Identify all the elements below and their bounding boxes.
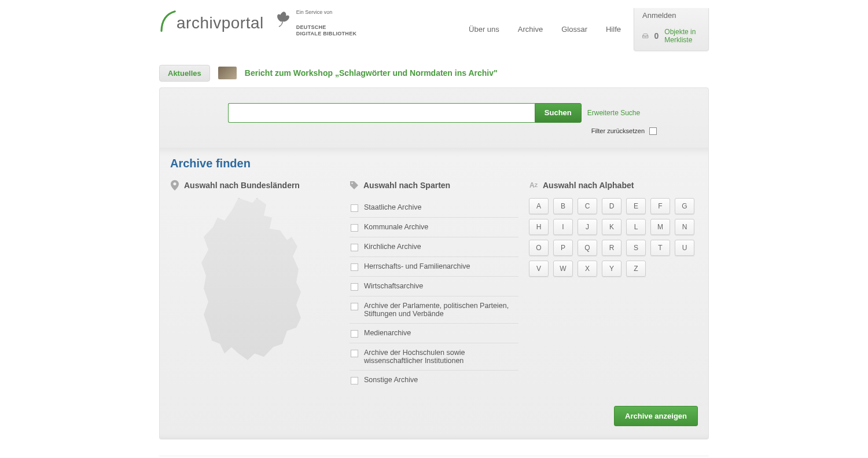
news-badge[interactable]: Aktuelles [159, 65, 210, 82]
watchlist-label: Objekte in Merkliste [664, 28, 700, 45]
letter-i[interactable]: I [553, 219, 573, 235]
watchlist-count: 0 [654, 31, 659, 41]
checkbox-icon[interactable] [351, 244, 358, 251]
watchlist[interactable]: 0 Objekte in Merkliste [634, 24, 708, 45]
checkbox-icon[interactable] [351, 224, 358, 232]
az-icon: AZ [529, 181, 538, 190]
col-categories-title: Auswahl nach Sparten [363, 181, 450, 190]
service-brand: Ein Service von DEUTSCHE DIGITALE BIBLIO… [273, 9, 357, 38]
checkbox-icon[interactable] [351, 263, 358, 271]
flower-icon [273, 9, 293, 29]
letter-t[interactable]: T [650, 240, 670, 256]
service-brand2: DIGITALE BIBLIOTHEK [296, 31, 357, 38]
category-item[interactable]: Medienarchive [350, 324, 518, 343]
col-states-title: Auswahl nach Bundesländern [184, 181, 300, 190]
letter-e[interactable]: E [626, 198, 646, 214]
checkbox-icon[interactable] [351, 377, 358, 384]
letter-r[interactable]: R [602, 240, 621, 256]
pin-icon [170, 181, 179, 190]
category-label: Staatliche Archive [364, 203, 421, 211]
letter-w[interactable]: W [553, 261, 573, 277]
letter-f[interactable]: F [650, 198, 670, 214]
logo-icon [159, 8, 178, 32]
nav-glossar[interactable]: Glossar [552, 21, 597, 37]
letter-o[interactable]: O [529, 240, 549, 256]
letter-c[interactable]: C [578, 198, 597, 214]
category-item[interactable]: Wirtschaftsarchive [350, 277, 518, 296]
checkbox-icon[interactable] [351, 303, 358, 310]
letter-s[interactable]: S [626, 240, 646, 256]
news-thumb-icon [218, 67, 237, 79]
topbar: archivportal Ein Service von DEUTSCHE DI… [159, 0, 709, 51]
logo[interactable]: archivportal [159, 8, 264, 32]
category-label: Kirchliche Archive [364, 243, 421, 251]
nav-help[interactable]: Hilfe [597, 21, 630, 37]
category-label: Herrschafts- und Familienarchive [364, 262, 470, 270]
logo-text: archivportal [176, 14, 264, 32]
letter-h[interactable]: H [529, 219, 549, 235]
login-box: Anmelden 0 Objekte in Merkliste [634, 8, 709, 51]
news-headline[interactable]: Bericht zum Workshop „Schlagwörter und N… [245, 68, 498, 78]
category-label: Archive der Parlamente, politischen Part… [364, 302, 517, 318]
nav-about[interactable]: Über uns [459, 21, 509, 37]
category-label: Sonstige Archive [364, 376, 418, 384]
reset-filter-label[interactable]: Filter zurücksetzen [591, 127, 645, 134]
letter-p[interactable]: P [553, 240, 573, 256]
letter-a[interactable]: A [529, 198, 549, 214]
reset-filter-checkbox[interactable] [649, 127, 657, 135]
checkbox-icon[interactable] [351, 204, 358, 212]
checkbox-icon[interactable] [351, 350, 358, 357]
checkbox-icon[interactable] [351, 283, 358, 291]
letter-u[interactable]: U [675, 240, 694, 256]
logo-area: archivportal Ein Service von DEUTSCHE DI… [159, 8, 459, 38]
letter-q[interactable]: Q [578, 240, 597, 256]
category-item[interactable]: Archive der Parlamente, politischen Part… [350, 296, 518, 324]
category-label: Archive der Hochschulen sowie wissenscha… [364, 349, 517, 365]
category-item[interactable]: Archive der Hochschulen sowie wissenscha… [350, 343, 518, 371]
letter-y[interactable]: Y [602, 261, 621, 277]
search-input[interactable] [228, 103, 535, 123]
germany-map[interactable] [197, 198, 312, 360]
category-item[interactable]: Kommunale Archive [350, 218, 518, 237]
letter-v[interactable]: V [529, 261, 549, 277]
letter-b[interactable]: B [553, 198, 573, 214]
letter-j[interactable]: J [578, 219, 597, 235]
advanced-search-link[interactable]: Erweiterte Suche [587, 109, 640, 117]
category-label: Wirtschaftsarchive [364, 282, 423, 290]
category-item[interactable]: Herrschafts- und Familienarchive [350, 257, 518, 277]
category-item[interactable]: Staatliche Archive [350, 198, 518, 218]
letter-k[interactable]: K [602, 219, 621, 235]
col-states: Auswahl nach Bundesländern [170, 181, 339, 390]
letter-x[interactable]: X [578, 261, 597, 277]
news-row: Aktuelles Bericht zum Workshop „Schlagwö… [159, 65, 709, 82]
service-brand1: DEUTSCHE [296, 24, 357, 31]
col-alphabet-title: Auswahl nach Alphabet [543, 181, 634, 190]
col-categories: Auswahl nach Sparten Staatliche ArchiveK… [350, 181, 518, 390]
finder-pane: Archive finden Auswahl nach Bundesländer… [159, 148, 709, 439]
finder-title: Archive finden [170, 157, 698, 170]
letter-n[interactable]: N [675, 219, 694, 235]
category-item[interactable]: Kirchliche Archive [350, 237, 518, 257]
svg-point-3 [173, 182, 176, 185]
col-alphabet: AZ Auswahl nach Alphabet ABCDEFGHIJKLMNO… [529, 181, 698, 390]
footer: Copyright © 2020 Archivportal-D Nutzungs… [159, 456, 709, 458]
nav-archives[interactable]: Archive [509, 21, 552, 37]
letter-l[interactable]: L [626, 219, 646, 235]
login-link[interactable]: Anmelden [634, 11, 708, 24]
main-nav: Über uns Archive Glossar Hilfe Anmelden … [459, 8, 709, 51]
category-label: Kommunale Archive [364, 223, 428, 231]
category-item[interactable]: Sonstige Archive [350, 371, 518, 390]
checkbox-icon[interactable] [351, 330, 358, 338]
search-button[interactable]: Suchen [535, 103, 582, 123]
letter-d[interactable]: D [602, 198, 621, 214]
letter-z[interactable]: Z [626, 261, 646, 277]
service-line1: Ein Service von [296, 9, 357, 16]
tag-icon [350, 181, 359, 190]
category-label: Medienarchive [364, 329, 411, 337]
show-archives-button[interactable]: Archive anzeigen [614, 406, 698, 426]
letter-g[interactable]: G [675, 198, 694, 214]
inbox-icon [642, 32, 649, 40]
search-panel: Suchen Erweiterte Suche Filter zurückset… [159, 87, 709, 149]
letter-m[interactable]: M [650, 219, 670, 235]
svg-point-4 [351, 182, 353, 184]
